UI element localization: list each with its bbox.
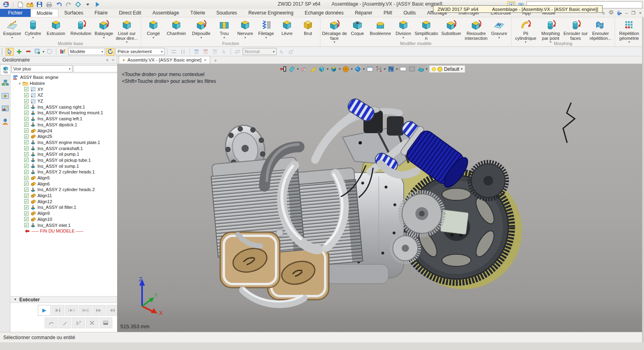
ribbon-button-extrusion[interactable]: Extrusion: [43, 18, 68, 44]
ribbon-button-r-volution[interactable]: Révolution: [68, 18, 93, 44]
model-mode-select[interactable]: Modèle▾: [68, 48, 105, 55]
checkbox-checked[interactable]: ✓: [24, 93, 29, 97]
chevron-down-icon[interactable]: ▾: [153, 36, 154, 39]
checkbox-checked[interactable]: ✓: [24, 164, 29, 168]
ribbon-button-filetage[interactable]: Filetage▾: [256, 18, 277, 41]
close-button[interactable]: ×: [639, 10, 642, 16]
undo-icon[interactable]: [55, 1, 62, 8]
menu-tab-fichier[interactable]: Fichier: [0, 9, 31, 17]
menu-tab-t-lerie[interactable]: Tôlerie: [185, 9, 211, 17]
engine-model-rendering[interactable]: [117, 64, 642, 332]
reroute-button[interactable]: [45, 317, 58, 328]
chevron-down-icon[interactable]: ▾: [103, 36, 105, 39]
refresh-icon[interactable]: [106, 48, 114, 56]
chevron-down-icon[interactable]: ▾: [223, 36, 225, 39]
ribbon-button-liss-sur-deux-dire-[interactable]: Lissé sur deux dire...▾: [114, 18, 139, 44]
new-file-icon[interactable]: [17, 1, 24, 8]
ribbon-button-substituer[interactable]: Substituer: [439, 18, 464, 44]
manager-tab-user[interactable]: [0, 116, 10, 127]
app-logo-icon[interactable]: [2, 1, 10, 8]
checkbox-checked[interactable]: ✓: [24, 187, 29, 192]
settings-button[interactable]: [609, 10, 614, 16]
chevron-down-icon[interactable]: ∨: [19, 82, 23, 85]
chevron-down-icon[interactable]: ▾: [498, 36, 500, 39]
ribbon-button-r-p-tition-g-om-trie[interactable]: Répétition géométrie▾: [617, 18, 642, 44]
document-tab[interactable]: + Assembly.VX - [ASSY Basic engine] ×: [119, 56, 210, 64]
panel-close-icon[interactable]: ×: [112, 58, 114, 62]
checkbox-checked[interactable]: ✓: [24, 199, 29, 204]
checkbox-checked[interactable]: ✓: [24, 128, 29, 133]
ribbon-button-trou[interactable]: Trou▾: [214, 18, 235, 41]
ribbon-button-gravure[interactable]: Gravure▾: [489, 18, 510, 44]
menu-tab-surfaces[interactable]: Surfaces: [58, 9, 89, 17]
checkbox-checked[interactable]: ✓: [24, 99, 29, 103]
manager-tab-part[interactable]: [0, 91, 10, 101]
cursor-select-icon[interactable]: [6, 48, 14, 56]
checkbox-checked[interactable]: ✓: [24, 117, 29, 121]
play-icon[interactable]: [94, 1, 101, 8]
ribbon-button-l-vre[interactable]: Lèvre: [277, 18, 297, 41]
step-over-button[interactable]: [65, 305, 78, 316]
checkbox-checked[interactable]: ✓: [24, 158, 29, 162]
chevron-down-icon[interactable]: ▾: [265, 36, 267, 39]
ribbon-button-division[interactable]: Division▾: [393, 18, 414, 44]
menu-tab-direct-edit[interactable]: Direct Edit: [113, 9, 147, 17]
restore-button[interactable]: ❐: [632, 10, 636, 16]
checkbox-checked[interactable]: ✓: [24, 170, 29, 174]
ribbon-button-chanfrein[interactable]: Chanfrein: [164, 18, 189, 41]
checkbox-checked[interactable]: ✓: [24, 152, 29, 156]
ribbon-button-pli-cylindrique[interactable]: Pli cylindrique▾: [513, 18, 538, 44]
pick-region-icon[interactable]: [33, 48, 41, 56]
checkbox-checked[interactable]: ✓: [24, 105, 29, 109]
chevron-down-icon[interactable]: ▾: [200, 36, 202, 39]
menu-tab-filaire[interactable]: Filaire: [89, 9, 114, 17]
play-button[interactable]: [38, 305, 51, 316]
redo-icon[interactable]: [65, 1, 72, 8]
chevron-down-icon[interactable]: ▾: [244, 36, 246, 39]
tab-close-icon[interactable]: ×: [204, 58, 206, 62]
preview-button[interactable]: [99, 317, 112, 328]
graphics-canvas[interactable]: <Touche droite> pour menu contextuel <Sh…: [117, 64, 644, 332]
ribbon-button-nervure[interactable]: Nervure▾: [235, 18, 256, 41]
chevron-down-icon[interactable]: ▾: [32, 36, 34, 39]
manager-tab-visual[interactable]: [0, 103, 10, 114]
open-file-icon[interactable]: [26, 1, 33, 8]
checkbox-checked[interactable]: ✓: [24, 176, 29, 180]
view-mode-icon[interactable]: [74, 1, 82, 8]
insert-here-button[interactable]: [72, 317, 85, 328]
ribbon-button-bool-enne[interactable]: Booléenne: [368, 18, 393, 44]
checkbox-checked[interactable]: ✓: [24, 146, 29, 150]
ribbon-button-enrouler-sur-faces[interactable]: Enrouler sur faces: [563, 18, 588, 44]
menu-tab-outils[interactable]: Outils: [398, 9, 421, 17]
edit-button[interactable]: [58, 317, 71, 328]
ribbon-button-cylindre[interactable]: Cylindre▾: [23, 18, 43, 44]
checkbox-checked[interactable]: ✓: [24, 111, 29, 115]
scope-filter-select[interactable]: Pièce seulement▾: [116, 48, 165, 55]
ribbon-button-enrouler-r-p-tition-[interactable]: Enrouler répétition...: [588, 18, 613, 44]
dropdown-icon[interactable]: [84, 1, 91, 8]
checkbox-checked[interactable]: ✓: [24, 205, 29, 210]
ribbon-button-esquisse[interactable]: Esquisse▾: [2, 18, 23, 44]
save-icon[interactable]: [36, 1, 43, 8]
minimize-button[interactable]: –: [625, 10, 628, 16]
ribbon-button-balayage[interactable]: Balayage▾: [93, 18, 114, 44]
filter-icon[interactable]: [59, 48, 67, 56]
menu-tab-assemblage[interactable]: Assemblage: [147, 9, 185, 17]
checkbox-checked[interactable]: ✓: [24, 181, 29, 186]
add-select-icon[interactable]: [15, 48, 23, 56]
panel-menu-icon[interactable]: ≡: [106, 58, 108, 62]
checkbox-checked[interactable]: ✓: [24, 223, 29, 227]
delete-button[interactable]: [86, 317, 99, 328]
chevron-down-icon[interactable]: ▾: [43, 50, 44, 54]
manager-tab-hierarchy[interactable]: [0, 78, 10, 88]
print-icon[interactable]: [45, 1, 53, 8]
ribbon-button-d-pouille[interactable]: Dépouille▾: [189, 18, 214, 41]
checkbox-checked[interactable]: ✓: [24, 140, 29, 144]
ribbon-button-simplification[interactable]: Simplification: [414, 18, 439, 44]
manager-tab-assembly-manager[interactable]: [0, 65, 10, 75]
ribbon-button-cong-[interactable]: Congé▾: [143, 18, 164, 41]
checkbox-checked[interactable]: ✓: [24, 87, 29, 91]
chevron-down-icon[interactable]: ▾: [11, 36, 13, 39]
step-loop-button[interactable]: [79, 305, 92, 316]
new-tab-button[interactable]: +: [214, 58, 217, 64]
